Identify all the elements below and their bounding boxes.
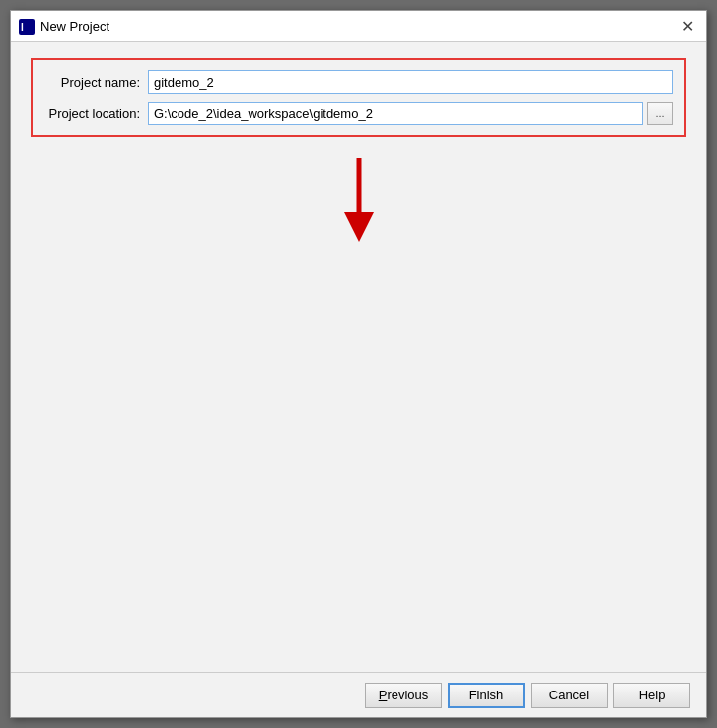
browse-button[interactable]: ... — [647, 102, 673, 125]
window-title: New Project — [40, 19, 109, 34]
previous-label: Previous — [379, 688, 429, 702]
form-section: Project name: Project location: ... — [31, 58, 686, 137]
svg-marker-3 — [344, 212, 374, 242]
finish-label: Finish — [469, 688, 504, 702]
title-bar: I New Project ✕ — [11, 11, 706, 42]
project-location-row: Project location: ... — [44, 102, 673, 125]
dialog-content: Project name: Project location: ... — [11, 42, 706, 672]
help-label: Help — [639, 688, 666, 702]
idea-icon: I — [19, 19, 35, 35]
finish-button[interactable]: Finish — [448, 683, 525, 708]
previous-button[interactable]: Previous — [365, 683, 442, 708]
main-area — [31, 149, 686, 656]
project-location-input[interactable] — [148, 102, 643, 125]
project-location-label: Project location: — [44, 107, 148, 121]
close-button[interactable]: ✕ — [677, 16, 698, 37]
svg-text:I: I — [21, 22, 24, 33]
project-name-label: Project name: — [44, 75, 148, 90]
cancel-label: Cancel — [549, 688, 589, 702]
new-project-dialog: I New Project ✕ Project name: Project lo… — [10, 10, 707, 718]
arrow-area — [31, 149, 686, 267]
title-bar-left: I New Project — [19, 19, 109, 35]
help-button[interactable]: Help — [613, 683, 690, 708]
cancel-button[interactable]: Cancel — [531, 683, 608, 708]
project-name-input[interactable] — [148, 70, 673, 94]
dialog-footer: Previous Finish Cancel Help — [11, 672, 706, 717]
project-name-row: Project name: — [44, 70, 673, 94]
arrow-indicator — [334, 158, 384, 250]
